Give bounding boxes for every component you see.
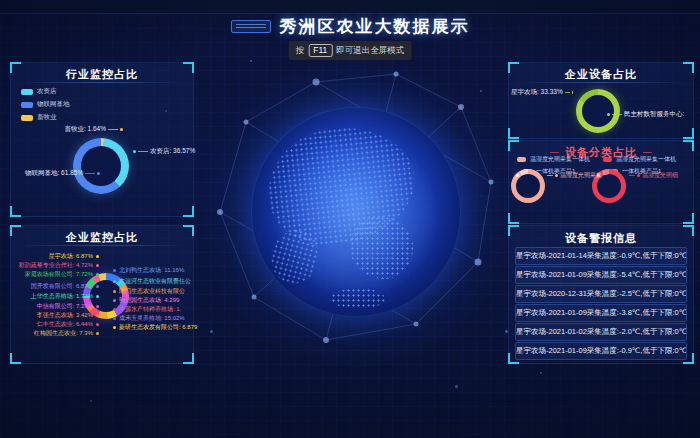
- alarm-row: 星宇农场-2021-01-09采集温度:-5.4℃,低于下限:0℃: [515, 266, 687, 284]
- callout-right-device: 温湿度光照细: [629, 171, 678, 180]
- legend-swatch: [517, 157, 526, 162]
- em-label: 国开发有限公司: 6.87%: [13, 282, 99, 291]
- fullscreen-exit-tooltip: 按 F11 即可退出全屏模式: [289, 41, 412, 60]
- particle-dot: [90, 400, 92, 402]
- em-label: 大运河生态牧业有限责任公: [113, 277, 191, 286]
- callout-agri-store: 农资店: 36.57%: [133, 147, 195, 156]
- callout-livestock: 畜牧业: 1.64%: [31, 125, 123, 134]
- callout-left-device: 温湿度光照采集一: [547, 171, 608, 180]
- panel-title: 行业监控占比: [11, 67, 193, 82]
- panel-title: 企业监控占比: [11, 230, 193, 245]
- legend-swatch: [21, 102, 33, 108]
- em-label: 成禾玉灵养殖地: 15.02%: [113, 314, 185, 323]
- legend-label: 畜牧业: [37, 113, 57, 122]
- tip-suffix: 即可退出全屏模式: [336, 45, 404, 57]
- panel-device-category: 设备分类占比 温湿度光照采集一体机 一体机类产品1 温湿度光照采集一体机 一体机…: [508, 140, 694, 224]
- alarm-row: 星宇农场-2021-01-14采集温度:-0.9℃,低于下限:0℃: [515, 247, 687, 265]
- alarm-row: 星宇农场-2021-01-02采集温度:-2.0℃,低于下限:0℃: [515, 323, 687, 341]
- legend-item[interactable]: 物联网基地: [21, 100, 70, 109]
- particle-dot: [480, 90, 482, 92]
- panel-industry-monitor: 行业监控占比 农资店 物联网基地 畜牧业 畜牧业: 1.64%: [10, 62, 194, 217]
- globe-core-glow: [251, 107, 461, 317]
- em-label: 北刘鸭生态农场: 11.16%: [113, 266, 184, 275]
- legend-item[interactable]: 温湿度光照采集一体机: [517, 155, 590, 164]
- f11-keycap: F11: [308, 44, 332, 57]
- header: 秀洲区农业大数据展示: [0, 15, 700, 38]
- em-label: 星宇农场: 6.87%: [13, 252, 99, 261]
- callout-iot-base: 物联网基地: 61.85%: [25, 169, 100, 178]
- legend-item[interactable]: 温湿度光照采集一体机: [603, 155, 676, 164]
- header-logo-badge: [231, 20, 271, 33]
- em-label: 彩韵蔬菜专业合作社: 4.72%: [13, 261, 99, 270]
- panel-enterprise-monitor: 企业监控占比 星宇农场: 6.87% 彩韵蔬菜专业合作社: 4.72% 家庭农场…: [10, 225, 194, 364]
- em-label: 鸭憩园生态农场: 4.299: [113, 296, 179, 305]
- category-donut-left[interactable]: [511, 169, 545, 203]
- dashboard: 秀洲区农业大数据展示 按 F11 即可退出全屏模式: [0, 0, 700, 438]
- panel-title: 设备警报信息: [509, 231, 693, 246]
- particle-dot: [210, 330, 213, 333]
- legend-label: 农资店: [37, 87, 57, 96]
- panel-alarms: 设备警报信息 星宇农场-2021-01-14采集温度:-0.9℃,低于下限:0℃…: [508, 225, 694, 364]
- legend-item[interactable]: 农资店: [21, 87, 70, 96]
- alarm-row: 星宇农场-2021-01-09采集温度:-3.8℃,低于下限:0℃: [515, 304, 687, 322]
- legend-swatch: [603, 157, 612, 162]
- particle-dot: [540, 372, 542, 374]
- page-title: 秀洲区农业大数据展示: [280, 15, 470, 38]
- callout-xingyu-farm: 星宇农场: 33.33%: [511, 88, 573, 97]
- title-divider: [19, 82, 185, 83]
- alarm-row: 星宇农场-2021-01-09采集温度:-0.9℃,低于下限:0℃: [515, 342, 687, 360]
- em-label: 丰源水产特种养殖场: 1.: [113, 305, 181, 314]
- em-label: 新研生态农发有限公司: 6.879: [113, 323, 197, 332]
- title-divider: [19, 245, 185, 246]
- industry-legend: 农资店 物联网基地 畜牧业: [21, 87, 70, 122]
- particle-dot: [250, 60, 252, 62]
- industry-donut-chart[interactable]: [73, 138, 129, 194]
- tip-prefix: 按: [296, 45, 305, 57]
- em-label: 陆门生态农业科技有限公: [113, 287, 185, 296]
- em-label: 仁丰生态农业: 6.44%: [13, 320, 99, 329]
- em-label: 红梅园生态农业: 7.3%: [13, 329, 99, 338]
- alarm-row: 星宇农场-2020-12-31采集温度:-2.5℃,低于下限:0℃: [515, 285, 687, 303]
- panel-title: 企业设备占比: [509, 67, 693, 82]
- panel-enterprise-device: 企业设备占比 星宇农场: 33.33% 民主村数智服务中心:: [508, 62, 694, 139]
- legend-label: 物联网基地: [37, 100, 70, 109]
- particle-dot: [455, 385, 458, 388]
- em-label: 中信有限公司: 7.29%: [13, 302, 99, 311]
- em-label: 上华生态养殖场: 1.72%: [13, 292, 99, 301]
- legend-item[interactable]: 畜牧业: [21, 113, 70, 122]
- em-label: 李强生态农场: 3.42%: [13, 311, 99, 320]
- legend-swatch: [21, 89, 33, 95]
- top-bar: [0, 0, 700, 14]
- title-divider: [517, 82, 685, 83]
- globe: [251, 107, 461, 317]
- em-label: 家庭农场有限公司: 7.72%: [13, 270, 99, 279]
- legend-swatch: [21, 115, 33, 121]
- callout-minzhu-center: 民主村数智服务中心:: [607, 110, 684, 119]
